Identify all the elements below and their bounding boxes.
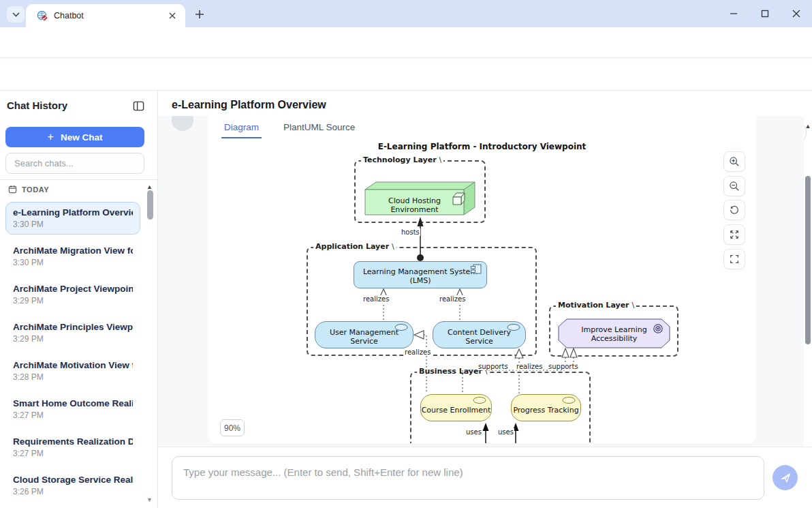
- chat-item-requirements-realization[interactable]: Requirements Realization Di...3:27 PM: [5, 431, 140, 464]
- new-tab-button[interactable]: [192, 7, 207, 22]
- assistant-avatar: [172, 116, 193, 131]
- message-composer: [158, 447, 812, 508]
- sidebar-collapse-button[interactable]: [131, 99, 145, 113]
- diagram-zoom-in-button[interactable]: [723, 151, 745, 172]
- message-input[interactable]: [172, 456, 764, 500]
- sidebar-title: Chat History: [7, 100, 67, 111]
- diagram-title: E-Learning Platform - Introductory Viewp…: [208, 142, 756, 151]
- label-realizes-3: realizes: [404, 348, 431, 356]
- send-plane-icon: [779, 472, 792, 484]
- browser-tabstrip: Chatbot: [0, 0, 812, 27]
- browser-tab-chatbot[interactable]: Chatbot: [26, 4, 185, 27]
- label-supports-2: supports: [548, 363, 579, 370]
- screen: Chatbot ai-toolbox.visual-paradigm.com/a…: [0, 0, 812, 508]
- chevron-down-icon: [12, 12, 20, 17]
- main-scroll-up-arrow[interactable]: ▲: [805, 123, 811, 130]
- chat-item-motivation-view[interactable]: ArchiMate Motivation View f...3:28 PM: [5, 355, 140, 387]
- app-header: Chatbot Powered by Visual Paradigm More …: [0, 58, 812, 91]
- expand-arrows-icon: [729, 229, 740, 240]
- chat-item-cloud-storage[interactable]: Cloud Storage Service Realiz...3:26 PM: [5, 469, 140, 502]
- label-realizes-4: realizes: [516, 363, 543, 370]
- sidebar-header: Chat History: [0, 91, 157, 119]
- tab-title: Chatbot: [54, 11, 166, 20]
- archimate-diagram: E-Learning Platform - Introductory Viewp…: [208, 140, 756, 443]
- main-scrollbar-thumb[interactable]: [805, 176, 811, 344]
- send-button[interactable]: [772, 465, 798, 490]
- chat-scroll-area: Diagram PlantUML Source E-Learning Platf…: [158, 116, 804, 447]
- zoom-out-icon: [729, 181, 740, 192]
- new-chat-button[interactable]: + New Chat: [5, 127, 144, 147]
- tab-diagram[interactable]: Diagram: [221, 118, 262, 138]
- tab-plantuml-source[interactable]: PlantUML Source: [281, 118, 358, 138]
- conversation-title: e-Learning Platform Overview: [172, 99, 326, 111]
- plus-icon: +: [48, 131, 54, 143]
- fullscreen-corners-icon: [729, 254, 740, 265]
- assistant-message-card: Diagram PlantUML Source E-Learning Platf…: [208, 116, 756, 443]
- node-progress-tracking: Progress Tracking: [511, 394, 581, 421]
- diagram-zoom-out-button[interactable]: [723, 176, 745, 196]
- calendar-icon: [8, 185, 17, 194]
- search-chats-input[interactable]: [5, 153, 144, 174]
- plus-icon: [195, 10, 204, 19]
- label-uses-2: uses: [497, 428, 514, 436]
- node-lms: Learning Management System (LMS): [354, 261, 487, 288]
- chat-item-project-viewpoint[interactable]: ArchiMate Project Viewpoint...3:29 PM: [5, 278, 140, 311]
- sidebar-scroll-up-arrow[interactable]: ▲: [146, 183, 153, 190]
- window-close-button[interactable]: [781, 0, 812, 27]
- chat-history-list: e-Learning Platform Overview3:30 PM Arch…: [0, 196, 146, 508]
- tab-close-icon[interactable]: [166, 10, 178, 22]
- label-uses-1: uses: [465, 428, 482, 436]
- label-supports-1: supports: [478, 363, 509, 370]
- tab-search-button[interactable]: [7, 6, 25, 23]
- browser-toolbar: ai-toolbox.visual-paradigm.com/app/chatb…: [0, 27, 812, 58]
- conversation-titlebar: e-Learning Platform Overview: [158, 91, 812, 116]
- node-content-delivery-service: Content Delivery Service: [433, 321, 526, 348]
- sidebar: Chat History + New Chat TODAY e-Learning…: [0, 91, 158, 508]
- sidebar-scroll-down-arrow[interactable]: ▼: [146, 496, 153, 503]
- diagram-zoom-badge: 90%: [220, 419, 245, 436]
- node-cloud-label: Cloud Hosting Environment: [365, 190, 464, 215]
- diagram-fit-screen-button[interactable]: [723, 224, 745, 245]
- label-hosts: hosts: [401, 228, 420, 236]
- node-goal-label: Improve Learning Accessibility: [559, 319, 670, 348]
- node-course-enrollment: Course Enrollment: [420, 394, 492, 421]
- chat-item-smart-home[interactable]: Smart Home Outcome Realiz...3:27 PM: [5, 393, 140, 425]
- node-user-management-service: User Management Service: [315, 321, 413, 348]
- zoom-in-icon: [729, 156, 740, 167]
- today-section-header: TODAY: [8, 185, 49, 194]
- sidebar-divider: [0, 179, 157, 180]
- reset-rotate-icon: [729, 205, 740, 215]
- sidebar-scrollbar-thumb[interactable]: [147, 190, 153, 220]
- window-controls: [718, 0, 812, 27]
- label-realizes-1: realizes: [362, 295, 390, 303]
- label-realizes-2: realizes: [439, 295, 466, 303]
- window-minimize-button[interactable]: [718, 0, 749, 27]
- panel-toggle-icon: [133, 100, 144, 112]
- visual-paradigm-favicon: [37, 10, 48, 22]
- chat-item-elearning-platform[interactable]: e-Learning Platform Overview3:30 PM: [5, 202, 140, 235]
- diagram-reset-view-button[interactable]: [723, 200, 745, 220]
- diagram-fullscreen-button[interactable]: [723, 249, 745, 269]
- chat-item-principles-viewpoint[interactable]: ArchiMate Principles Viewpo...3:29 PM: [5, 316, 140, 349]
- window-maximize-button[interactable]: [749, 0, 781, 27]
- chat-item-migration-view[interactable]: ArchiMate Migration View fo...3:30 PM: [5, 240, 140, 273]
- diagram-tabs: Diagram PlantUML Source: [208, 116, 756, 138]
